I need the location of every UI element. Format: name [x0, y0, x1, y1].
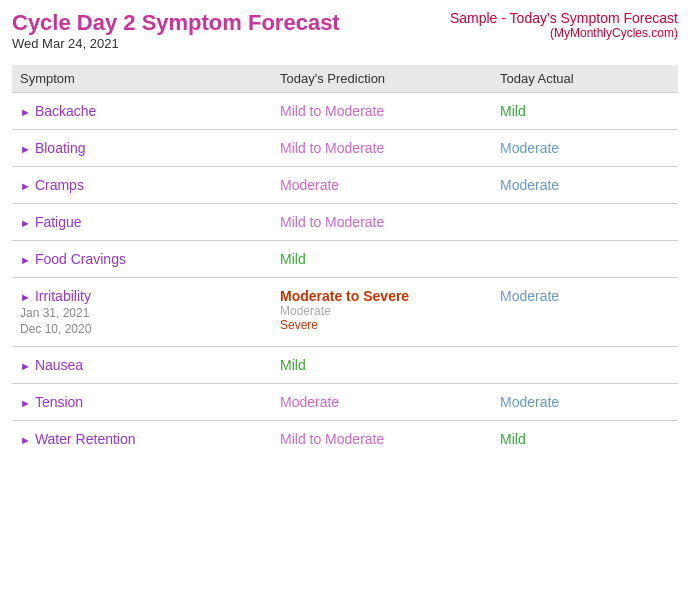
symptom-label: Cramps — [35, 177, 84, 193]
symptom-arrow: ► — [20, 180, 31, 192]
table-row[interactable]: ►TensionModerateModerate — [12, 384, 678, 421]
table-row[interactable]: ►BloatingMild to ModerateModerate — [12, 130, 678, 167]
prediction-value: Mild to Moderate — [280, 214, 384, 230]
prediction-cell: Mild to Moderate — [272, 130, 492, 167]
prediction-cell: Moderate — [272, 384, 492, 421]
prediction-value: Moderate — [280, 177, 339, 193]
header-row: Cycle Day 2 Symptom Forecast Wed Mar 24,… — [12, 10, 678, 61]
actual-cell: Moderate — [492, 130, 678, 167]
symptom-cell: ►Fatigue — [12, 204, 272, 241]
symptom-label: Nausea — [35, 357, 83, 373]
history-prediction-value: Severe — [280, 318, 484, 332]
symptom-cell: ►Cramps — [12, 167, 272, 204]
page-title: Cycle Day 2 Symptom Forecast — [12, 10, 340, 36]
prediction-value: Mild — [280, 251, 306, 267]
symptom-arrow: ► — [20, 397, 31, 409]
actual-value: Moderate — [500, 394, 559, 410]
sample-sub: (MyMonthlyCycles.com) — [450, 26, 678, 40]
history-date: Dec 10, 2020 — [20, 322, 264, 336]
symptom-cell: ►IrritabilityJan 31, 2021Dec 10, 2020 — [12, 278, 272, 347]
prediction-value: Moderate — [280, 394, 339, 410]
history-date: Jan 31, 2021 — [20, 306, 264, 320]
symptom-arrow: ► — [20, 254, 31, 266]
symptom-label: Bloating — [35, 140, 86, 156]
table-row[interactable]: ►Water RetentionMild to ModerateMild — [12, 421, 678, 458]
symptom-arrow: ► — [20, 106, 31, 118]
symptom-cell: ►Food Cravings — [12, 241, 272, 278]
actual-value: Moderate — [500, 177, 559, 193]
sample-block: Sample - Today's Symptom Forecast (MyMon… — [450, 10, 678, 40]
prediction-cell: Mild to Moderate — [272, 204, 492, 241]
prediction-value: Mild to Moderate — [280, 103, 384, 119]
symptom-name[interactable]: ►Tension — [20, 394, 83, 410]
prediction-cell: Mild to Moderate — [272, 93, 492, 130]
actual-cell — [492, 241, 678, 278]
prediction-value: Mild to Moderate — [280, 431, 384, 447]
prediction-cell: Moderate — [272, 167, 492, 204]
prediction-value: Moderate to Severe — [280, 288, 409, 304]
symptom-name[interactable]: ►Fatigue — [20, 214, 82, 230]
date-label: Wed Mar 24, 2021 — [12, 36, 340, 51]
table-row[interactable]: ►IrritabilityJan 31, 2021Dec 10, 2020Mod… — [12, 278, 678, 347]
symptom-table: Symptom Today's Prediction Today Actual … — [12, 65, 678, 457]
symptom-label: Irritability — [35, 288, 91, 304]
symptom-cell: ►Nausea — [12, 347, 272, 384]
actual-cell — [492, 347, 678, 384]
symptom-cell: ►Backache — [12, 93, 272, 130]
symptom-name[interactable]: ►Irritability — [20, 288, 91, 304]
table-row[interactable]: ►BackacheMild to ModerateMild — [12, 93, 678, 130]
actual-cell: Mild — [492, 93, 678, 130]
symptom-label: Water Retention — [35, 431, 136, 447]
actual-cell — [492, 204, 678, 241]
col-prediction: Today's Prediction — [272, 65, 492, 93]
symptom-name[interactable]: ►Cramps — [20, 177, 84, 193]
prediction-cell: Mild — [272, 347, 492, 384]
symptom-name[interactable]: ►Food Cravings — [20, 251, 126, 267]
sample-label: Sample - Today's Symptom Forecast — [450, 10, 678, 26]
table-header-row: Symptom Today's Prediction Today Actual — [12, 65, 678, 93]
actual-value: Mild — [500, 103, 526, 119]
symptom-label: Fatigue — [35, 214, 82, 230]
table-row[interactable]: ►Food CravingsMild — [12, 241, 678, 278]
symptom-arrow: ► — [20, 291, 31, 303]
prediction-value: Mild — [280, 357, 306, 373]
page-wrapper: Cycle Day 2 Symptom Forecast Wed Mar 24,… — [0, 0, 690, 594]
symptom-name[interactable]: ►Nausea — [20, 357, 83, 373]
symptom-label: Tension — [35, 394, 83, 410]
symptom-label: Food Cravings — [35, 251, 126, 267]
symptom-arrow: ► — [20, 143, 31, 155]
actual-cell: Mild — [492, 421, 678, 458]
table-row[interactable]: ►FatigueMild to Moderate — [12, 204, 678, 241]
prediction-cell: Mild — [272, 241, 492, 278]
symptom-cell: ►Bloating — [12, 130, 272, 167]
prediction-value: Mild to Moderate — [280, 140, 384, 156]
symptom-arrow: ► — [20, 434, 31, 446]
symptom-arrow: ► — [20, 360, 31, 372]
actual-cell: Moderate — [492, 278, 678, 347]
actual-cell: Moderate — [492, 384, 678, 421]
table-row[interactable]: ►CrampsModerateModerate — [12, 167, 678, 204]
symptom-label: Backache — [35, 103, 96, 119]
actual-value: Mild — [500, 431, 526, 447]
col-symptom: Symptom — [12, 65, 272, 93]
actual-cell: Moderate — [492, 167, 678, 204]
symptom-name[interactable]: ►Water Retention — [20, 431, 136, 447]
symptom-cell: ►Water Retention — [12, 421, 272, 458]
symptom-name[interactable]: ►Bloating — [20, 140, 85, 156]
actual-value: Moderate — [500, 140, 559, 156]
symptom-arrow: ► — [20, 217, 31, 229]
history-prediction-value: Moderate — [280, 304, 484, 318]
prediction-cell: Moderate to SevereModerateSevere — [272, 278, 492, 347]
col-actual: Today Actual — [492, 65, 678, 93]
table-row[interactable]: ►NauseaMild — [12, 347, 678, 384]
symptom-name[interactable]: ►Backache — [20, 103, 96, 119]
prediction-cell: Mild to Moderate — [272, 421, 492, 458]
title-block: Cycle Day 2 Symptom Forecast Wed Mar 24,… — [12, 10, 340, 61]
actual-value: Moderate — [500, 288, 559, 304]
symptom-cell: ►Tension — [12, 384, 272, 421]
